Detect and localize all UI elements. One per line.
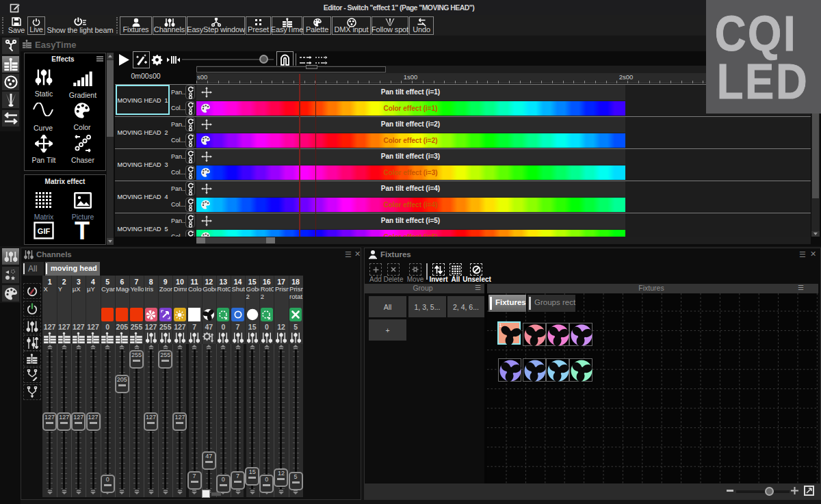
svg-text:GIF: GIF	[38, 227, 51, 235]
svg-text:T: T	[75, 219, 90, 242]
